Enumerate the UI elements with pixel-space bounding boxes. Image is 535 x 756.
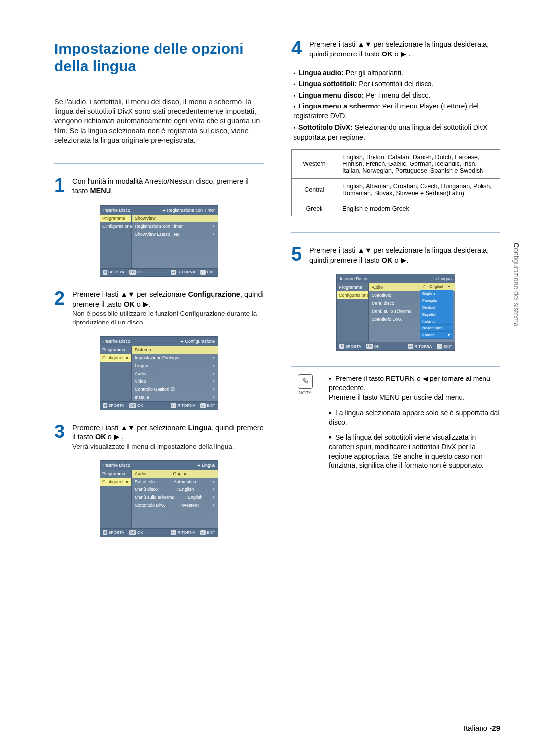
osd1-side-0: Programma: [100, 215, 132, 222]
step-number: 2: [54, 290, 72, 307]
divider: [54, 163, 264, 164]
caret-icon: ▸: [213, 232, 215, 236]
osd-footer: ✥SPOSTA OKOK ⮐RITORNA ▭EXIT: [100, 268, 218, 276]
return-icon: ⮐: [171, 530, 176, 535]
osd3-item-2: Menù disco: English▸: [132, 486, 218, 493]
langs-cell: English, Breton, Catalan, Danish, Dutch,…: [337, 150, 500, 179]
move-icon: ✥: [103, 403, 107, 408]
note-item: Premere il tasto RETURN o ◀ per tornare …: [329, 374, 500, 402]
ok-icon: OK: [129, 270, 136, 275]
caret-icon: ▸: [213, 347, 215, 352]
caret-icon: ▸: [213, 355, 215, 360]
caret-icon: ▸: [213, 387, 215, 391]
caret-icon: ▸: [213, 224, 215, 228]
s2-d: o ▶.: [135, 300, 151, 308]
lang-option: ✓Original▲: [420, 283, 453, 290]
osd2-title: Inserire Disco: [103, 339, 130, 344]
ok-icon: OK: [129, 530, 136, 535]
osd2-item-4: Video▸: [132, 378, 218, 385]
langs-cell: English, Albanian, Croatian, Czech, Hung…: [337, 179, 500, 201]
osd-footer: ✥SPOSTA OKOK ⮐RITORNA ▭EXIT: [100, 401, 218, 410]
exit-icon: ▭: [437, 344, 442, 349]
caret-icon: ▸: [213, 471, 215, 476]
lang-option: Español: [420, 311, 453, 318]
osd1-item-0: ShowView▸: [132, 215, 218, 222]
caret-icon: ▸: [213, 395, 215, 399]
table-row: WesternEnglish, Breton, Catalan, Danish,…: [292, 150, 500, 179]
bullet-item: Lingua sottotitoli: Per i sottotitoli de…: [293, 79, 500, 89]
s4-a: Premere i tasti: [309, 40, 358, 48]
osd2-item-3: Audio▸: [132, 370, 218, 378]
osd5-side-0: Programma: [337, 283, 369, 291]
note-box: ✎ NOTA Premere il tasto RETURN o ◀ per t…: [291, 374, 500, 476]
move-icon: ✥: [339, 344, 344, 349]
osd2-side-1: Configurazione: [100, 354, 132, 362]
step-text: Premere i tasti ▲▼ per selezionare la li…: [309, 246, 500, 265]
ok-icon: OK: [366, 344, 373, 349]
step-4: 4 Premere i tasti ▲▼ per selezionare la …: [291, 40, 500, 59]
lang-option: Français: [420, 297, 453, 304]
osd1-side-1: Configurazione: [100, 222, 132, 230]
ok-label: OK: [382, 256, 393, 264]
return-icon: ⮐: [171, 403, 176, 408]
ok-label: OK: [124, 300, 135, 308]
step1-b: MENU: [90, 187, 111, 195]
s3-b: per selezionare: [135, 424, 188, 432]
osd3-item-4: Sottotitolo DivX: Western▸: [132, 501, 218, 509]
page-title: Impostazione delle opzioni della lingua: [54, 40, 264, 75]
s5-a: Premere i tasti: [309, 246, 358, 254]
step-number: 4: [291, 40, 309, 56]
osd2-item-1: Impostazione Orologio▸: [132, 354, 218, 362]
osd2-item-0: Sistema▸: [132, 346, 218, 354]
osd3-item-1: Sottotitolo: Automatica▸: [132, 478, 218, 486]
step4-bullet-list: Lingua audio: Per gli altoparlanti. Ling…: [293, 68, 500, 142]
step-1: 1 Con l'unità in modalità Arresto/Nessun…: [54, 177, 264, 196]
caret-icon: ▸: [213, 371, 215, 376]
osd5-title: Inserire Disco: [340, 276, 367, 281]
step-2: 2 Premere i tasti ▲▼ per selezionare Con…: [54, 290, 264, 327]
caret-icon: ▸: [213, 487, 215, 491]
intro-paragraph: Se l'audio, i sottotitoli, il menu del d…: [54, 97, 264, 146]
s2-a: Premere i tasti: [72, 290, 121, 298]
osd-footer: ✥SPOSTA OKOK ⮐RITORNA ▭EXIT: [100, 528, 218, 537]
thick-divider: [291, 366, 500, 367]
exit-icon: ▭: [200, 530, 206, 535]
step-text: Premere i tasti ▲▼ per selezionare Lingu…: [72, 423, 264, 451]
s2-bold: Configurazione: [188, 290, 240, 298]
caret-icon: ▸: [213, 216, 215, 220]
up-arrow-icon: ▲: [447, 284, 451, 289]
updown-arrows-icon: ▲▼: [121, 290, 135, 298]
region-cell: Western: [292, 150, 337, 179]
step-text: Con l'unità in modalità Arresto/Nessun d…: [72, 177, 264, 196]
s5-c: o ▶.: [392, 256, 408, 264]
step-text: Premere i tasti ▲▼ per selezionare Confi…: [72, 290, 264, 327]
lang-option: Nederlands: [420, 325, 453, 332]
region-cell: Greek: [292, 201, 337, 216]
osd3-crumb: Lingua: [197, 463, 215, 468]
caret-icon: ▸: [213, 495, 215, 499]
note-icon: ✎: [298, 374, 313, 389]
table-row: GreekEnglish e modern Greek: [292, 201, 500, 216]
divider: [291, 232, 500, 233]
s3-bold: Lingua: [188, 424, 212, 432]
osd3-item-3: Menù sullo schermo: English▸: [132, 493, 218, 501]
move-icon: ✥: [103, 530, 107, 535]
divider: [54, 551, 264, 551]
step-number: 5: [291, 246, 309, 263]
lang-option: Italiano: [420, 318, 453, 325]
language-region-table: WesternEnglish, Breton, Catalan, Danish,…: [291, 149, 500, 216]
osd5-crumb: Lingua: [434, 276, 452, 281]
footer-pagenum: 29: [492, 724, 500, 732]
divider: [291, 492, 500, 492]
note-label-text: NOTA: [291, 390, 319, 395]
s2-b: per selezionare: [135, 290, 188, 298]
return-icon: ⮐: [171, 270, 176, 275]
step-number: 3: [54, 423, 72, 440]
osd-footer: ✥SPOSTA OKOK ⮐RITORNA ▭EXIT: [337, 342, 455, 350]
osd1-title: Inserire Disco: [103, 208, 130, 213]
osd5-side-1: Configurazione: [337, 291, 369, 299]
osd-screenshot-3: Inserire DiscoLingua ProgrammaAudio: Ori…: [100, 460, 218, 537]
two-column-layout: Impostazione delle opzioni della lingua …: [54, 40, 500, 551]
s3-d: o ▶ .: [106, 433, 124, 441]
osd1-crumb: Registrazione con Timer: [162, 208, 215, 213]
